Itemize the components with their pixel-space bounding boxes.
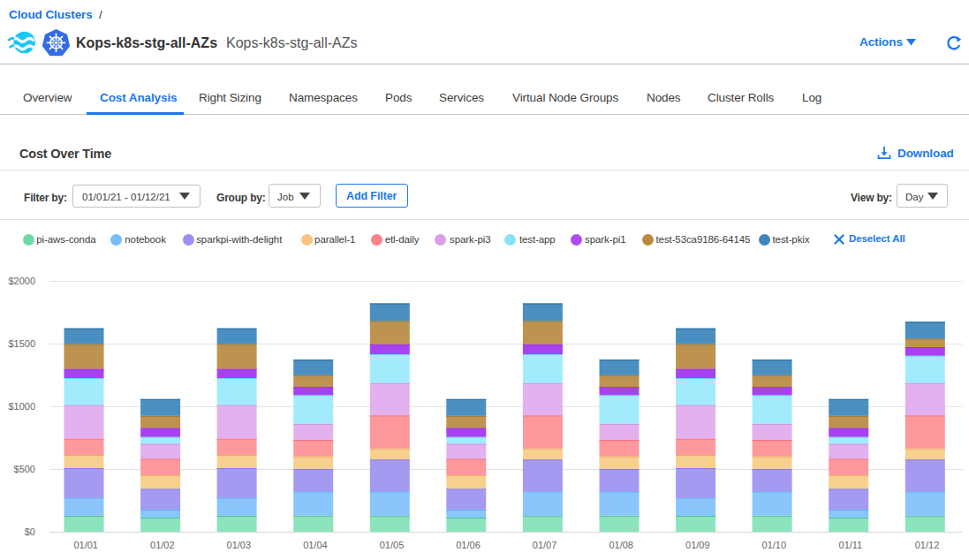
svg-text:01/04: 01/04 — [303, 540, 328, 550]
svg-text:01/09: 01/09 — [685, 540, 710, 550]
svg-text:01/07: 01/07 — [533, 540, 557, 550]
svg-text:$500: $500 — [14, 464, 35, 474]
svg-text:$1500: $1500 — [8, 338, 35, 349]
svg-text:$1000: $1000 — [8, 401, 35, 412]
svg-text:$0: $0 — [25, 526, 35, 537]
svg-text:01/02: 01/02 — [150, 540, 175, 550]
svg-text:01/10: 01/10 — [762, 540, 787, 550]
svg-text:01/06: 01/06 — [456, 540, 481, 550]
svg-text:01/12: 01/12 — [915, 540, 940, 550]
svg-text:01/11: 01/11 — [839, 540, 863, 550]
svg-text:01/05: 01/05 — [380, 540, 405, 550]
svg-text:$2000: $2000 — [8, 276, 35, 286]
svg-text:01/08: 01/08 — [609, 540, 633, 550]
svg-text:01/01: 01/01 — [73, 540, 98, 550]
svg-text:01/03: 01/03 — [227, 540, 252, 550]
